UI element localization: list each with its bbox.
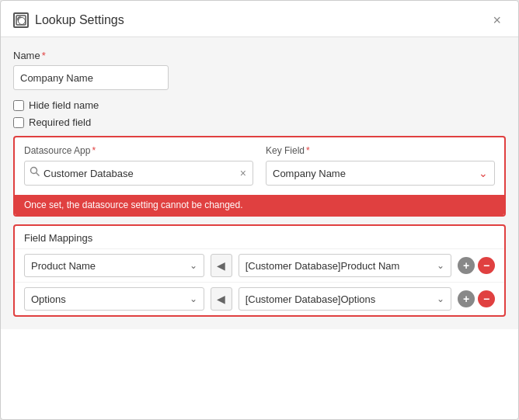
field-mappings-section: Field Mappings Product Name ⌄ ◀ [Custome… <box>13 224 506 317</box>
svg-line-4 <box>37 173 40 176</box>
keyfield-label: Key Field* <box>266 145 495 156</box>
svg-line-2 <box>22 21 25 24</box>
close-button[interactable]: × <box>488 12 506 29</box>
mapping-source-select-2[interactable]: Options ⌄ <box>24 287 204 311</box>
svg-rect-0 <box>16 16 26 25</box>
mapping-add-remove-2: + − <box>458 290 495 307</box>
mapping-source-chevron-2: ⌄ <box>190 293 197 304</box>
dialog-body: Name* Hide field name Required field Dat… <box>1 37 518 329</box>
lookup-icon <box>13 12 29 28</box>
warning-bar: Once set, the datasource setting cannot … <box>15 195 504 215</box>
mapping-arrow-btn-2[interactable]: ◀ <box>211 287 232 311</box>
required-field-checkbox[interactable] <box>13 117 24 128</box>
name-label: Name* <box>13 50 506 61</box>
keyfield-select[interactable]: Company Name ⌄ <box>266 161 495 186</box>
hide-field-row: Hide field name <box>13 99 506 111</box>
mapping-target-select-2[interactable]: [Customer Database]Options ⌄ <box>239 287 451 311</box>
datasource-row: Datasource App* × <box>24 145 495 186</box>
required-star: * <box>42 50 46 61</box>
hide-field-label: Hide field name <box>29 99 99 111</box>
dialog-header: Lookup Settings × <box>1 1 518 37</box>
search-icon <box>30 166 40 180</box>
datasource-clear-button[interactable]: × <box>239 168 248 179</box>
datasource-label: Datasource App* <box>24 145 253 156</box>
mapping-arrow-btn-1[interactable]: ◀ <box>211 254 232 277</box>
mapping-remove-btn-1[interactable]: − <box>478 257 495 274</box>
mapping-add-remove-1: + − <box>458 257 495 274</box>
datasource-input[interactable] <box>44 168 235 179</box>
required-field-label: Required field <box>29 116 91 128</box>
hide-field-checkbox[interactable] <box>13 100 24 111</box>
mapping-target-text-2: [Customer Database]Options <box>246 293 376 305</box>
keyfield-chevron-icon: ⌄ <box>479 167 488 179</box>
name-input[interactable] <box>13 65 169 90</box>
name-field-group: Name* <box>13 50 506 90</box>
mapping-source-chevron-1: ⌄ <box>190 260 197 271</box>
mapping-target-select-1[interactable]: [Customer Database]Product Nam ⌄ <box>239 254 451 277</box>
datasource-section-inner: Datasource App* × <box>15 137 504 195</box>
mapping-target-chevron-2: ⌄ <box>437 293 444 304</box>
title-group: Lookup Settings <box>13 12 124 28</box>
mapping-add-btn-1[interactable]: + <box>458 257 475 274</box>
keyfield-col: Key Field* Company Name ⌄ <box>266 145 495 186</box>
lookup-settings-dialog: Lookup Settings × Name* Hide field name … <box>0 0 519 420</box>
mapping-source-text-2: Options <box>31 293 66 305</box>
keyfield-required-star: * <box>306 145 310 156</box>
datasource-section: Datasource App* × <box>13 136 506 217</box>
svg-point-3 <box>31 168 37 174</box>
arrow-left-icon-1: ◀ <box>217 259 225 272</box>
keyfield-value: Company Name <box>273 168 346 179</box>
mapping-source-text-1: Product Name <box>31 260 96 272</box>
mapping-add-btn-2[interactable]: + <box>458 290 475 307</box>
datasource-col: Datasource App* × <box>24 145 253 186</box>
mapping-source-select-1[interactable]: Product Name ⌄ <box>24 254 204 277</box>
mapping-row: Product Name ⌄ ◀ [Customer Database]Prod… <box>15 248 504 282</box>
arrow-left-icon-2: ◀ <box>217 293 225 305</box>
required-field-row: Required field <box>13 116 506 128</box>
svg-point-1 <box>18 17 22 21</box>
dialog-title: Lookup Settings <box>35 13 124 27</box>
field-mappings-label: Field Mappings <box>15 226 504 248</box>
datasource-search-wrapper[interactable]: × <box>24 161 253 186</box>
mapping-target-chevron-1: ⌄ <box>437 260 444 271</box>
mapping-remove-btn-2[interactable]: − <box>478 290 495 307</box>
mapping-target-text-1: [Customer Database]Product Nam <box>246 260 400 272</box>
datasource-required-star: * <box>92 145 96 156</box>
mapping-row-2: Options ⌄ ◀ [Customer Database]Options ⌄… <box>15 282 504 315</box>
